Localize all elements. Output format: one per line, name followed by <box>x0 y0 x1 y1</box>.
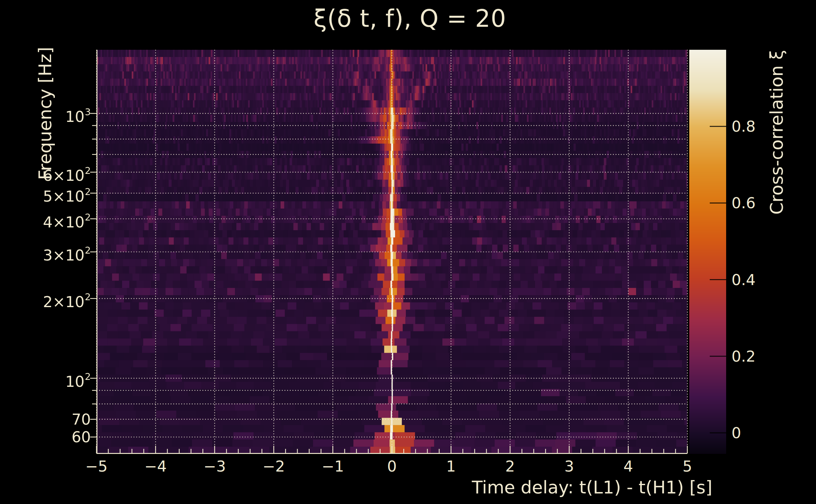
colorbar-tick-label: 0.8 <box>732 117 756 135</box>
y-tick-label: 70 <box>16 410 91 428</box>
plot-area <box>96 50 687 454</box>
x-tick-label: −5 <box>71 459 122 474</box>
y-tick-label: 5×102 <box>16 184 91 202</box>
colorbar-label: Cross-correlation ξ <box>766 50 787 215</box>
grid-overlay <box>96 50 687 454</box>
y-tick-label: 4×102 <box>16 210 91 228</box>
y-tick-label: 60 <box>16 428 91 446</box>
y-tick-label: 2×102 <box>16 290 91 307</box>
x-tick-label: 5 <box>662 459 713 474</box>
colorbar <box>689 50 726 454</box>
colorbar-tick-label: 0.4 <box>732 271 756 289</box>
colorbar-canvas <box>689 50 726 454</box>
x-tick-label: 2 <box>485 459 535 474</box>
figure: ξ(δ t, f), Q = 20 Frequency [Hz] 1036×10… <box>0 0 816 504</box>
x-tick-label: 4 <box>603 459 654 474</box>
y-tick-label: 6×102 <box>16 163 91 181</box>
colorbar-tick-label: 0 <box>732 424 741 442</box>
x-tick-label: 3 <box>544 459 594 474</box>
x-tick-label: −1 <box>308 459 358 474</box>
colorbar-tick-label: 0.2 <box>732 347 756 365</box>
x-tick-label: −3 <box>189 459 240 474</box>
y-tick-label: 102 <box>16 369 91 387</box>
x-tick-label: −2 <box>249 459 299 474</box>
x-tick-label: −4 <box>130 459 181 474</box>
y-tick-label: 103 <box>16 105 91 122</box>
colorbar-tick-label: 0.6 <box>732 194 756 212</box>
plot-title: ξ(δ t, f), Q = 20 <box>252 4 567 32</box>
y-tick-label: 3×102 <box>16 243 91 261</box>
x-tick-label: 0 <box>367 459 417 474</box>
x-tick-label: 1 <box>426 459 476 474</box>
x-axis-label: Time delay: t(L1) - t(H1) [s] <box>472 477 713 497</box>
